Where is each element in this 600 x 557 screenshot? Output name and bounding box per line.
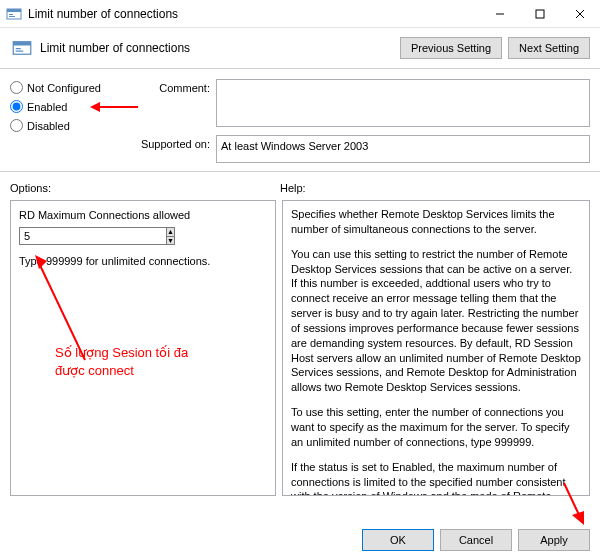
radio-disabled-label: Disabled (27, 120, 70, 132)
maximize-button[interactable] (520, 0, 560, 27)
help-paragraph: If the status is set to Enabled, the max… (291, 460, 581, 496)
title-bar: Limit number of connections (0, 0, 600, 28)
spinner-up-icon[interactable]: ▲ (166, 227, 175, 236)
dialog-buttons: OK Cancel Apply (362, 529, 590, 551)
svg-rect-2 (9, 14, 13, 15)
ok-button[interactable]: OK (362, 529, 434, 551)
radio-enabled-input[interactable] (10, 100, 23, 113)
page-title: Limit number of connections (40, 41, 400, 55)
policy-icon (6, 6, 22, 22)
config-area: Not Configured Enabled Disabled Comment:… (0, 73, 600, 163)
svg-rect-10 (16, 48, 21, 49)
help-paragraph: You can use this setting to restrict the… (291, 247, 581, 395)
header-row: Limit number of connections Previous Set… (0, 28, 600, 64)
max-connections-input[interactable] (19, 227, 166, 245)
svg-marker-17 (572, 511, 584, 525)
options-panel: RD Maximum Connections allowed ▲ ▼ Type … (10, 200, 276, 496)
spinner-down-icon[interactable]: ▼ (166, 236, 175, 246)
svg-rect-5 (536, 10, 544, 18)
previous-setting-button[interactable]: Previous Setting (400, 37, 502, 59)
radio-enabled[interactable]: Enabled (10, 100, 140, 113)
comment-label: Comment: (140, 79, 210, 94)
next-setting-button[interactable]: Next Setting (508, 37, 590, 59)
svg-rect-1 (7, 9, 21, 12)
supported-label: Supported on: (140, 135, 210, 150)
apply-button[interactable]: Apply (518, 529, 590, 551)
radio-not-configured-input[interactable] (10, 81, 23, 94)
options-heading: Options: (10, 182, 280, 194)
max-connections-spinner[interactable]: ▲ ▼ (19, 227, 149, 245)
policy-icon-large (10, 36, 34, 60)
help-paragraph: To use this setting, enter the number of… (291, 405, 581, 450)
help-panel[interactable]: Specifies whether Remote Desktop Service… (282, 200, 590, 496)
radio-not-configured[interactable]: Not Configured (10, 81, 140, 94)
svg-rect-11 (16, 51, 24, 52)
window-title: Limit number of connections (28, 7, 480, 21)
comment-textarea[interactable] (216, 79, 590, 127)
radio-not-configured-label: Not Configured (27, 82, 101, 94)
radio-enabled-label: Enabled (27, 101, 67, 113)
help-paragraph: Specifies whether Remote Desktop Service… (291, 207, 581, 237)
separator (0, 171, 600, 172)
radio-disabled[interactable]: Disabled (10, 119, 140, 132)
help-heading: Help: (280, 182, 306, 194)
svg-rect-3 (9, 16, 15, 17)
unlimited-note: Type 999999 for unlimited connections. (19, 255, 267, 267)
separator (0, 68, 600, 69)
svg-rect-9 (13, 42, 31, 46)
options-title: RD Maximum Connections allowed (19, 209, 267, 221)
cancel-button[interactable]: Cancel (440, 529, 512, 551)
supported-on-box: At least Windows Server 2003 (216, 135, 590, 163)
minimize-button[interactable] (480, 0, 520, 27)
radio-disabled-input[interactable] (10, 119, 23, 132)
close-button[interactable] (560, 0, 600, 27)
